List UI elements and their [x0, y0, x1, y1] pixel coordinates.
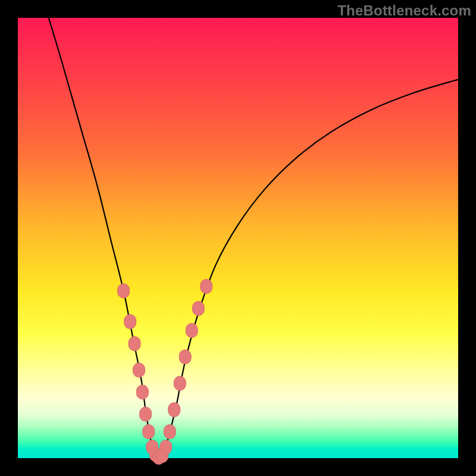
curve-marker	[124, 315, 136, 329]
curve-marker	[160, 440, 172, 455]
curve-marker	[136, 385, 148, 399]
curve-marker	[118, 284, 130, 298]
curve-marker	[140, 407, 152, 421]
chart-frame: TheBottleneck.com	[0, 0, 476, 476]
curve-marker	[129, 337, 140, 351]
curve-marker	[179, 350, 191, 364]
curve-marker	[164, 425, 176, 439]
chart-svg	[18, 18, 458, 458]
curve-marker	[174, 376, 186, 390]
watermark-text: TheBottleneck.com	[337, 2, 471, 19]
curve-marker	[133, 363, 145, 377]
curve-marker	[186, 323, 198, 337]
bottleneck-curve	[49, 18, 458, 458]
curve-marker	[143, 425, 155, 439]
curve-marker	[168, 403, 180, 417]
curve-marker	[192, 301, 204, 315]
curve-marker	[201, 279, 212, 293]
curve-markers	[118, 279, 212, 464]
